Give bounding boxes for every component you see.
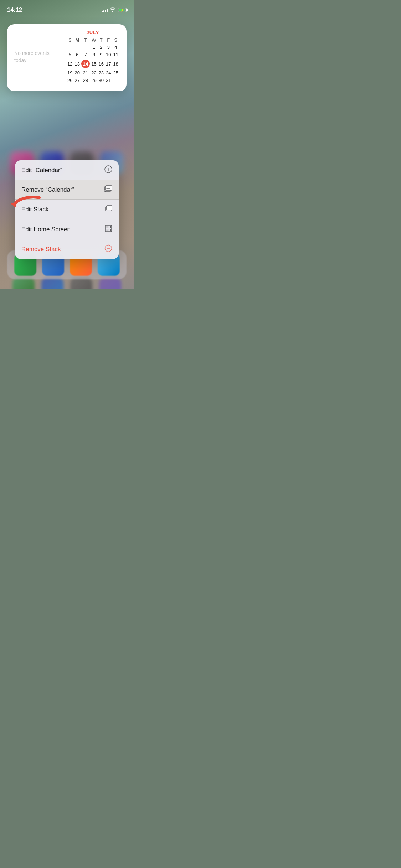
day-cell: 28 (81, 77, 90, 84)
day-cell: 6 (73, 51, 81, 58)
weekday-t1: T (81, 37, 90, 43)
weekday-s2: S (112, 37, 119, 43)
day-cell: 25 (112, 69, 119, 77)
day-cell: 15 (90, 58, 97, 69)
calendar-widget: No more events today JULY S M T W T F S (7, 24, 127, 91)
no-events-text: No more events today (14, 30, 61, 84)
day-cell: 10 (105, 51, 112, 58)
weekday-s1: S (66, 37, 73, 43)
edit-calendar-button[interactable]: Edit “Calendar” i (15, 160, 119, 180)
day-cell: 11 (112, 51, 119, 58)
day-cell: 3 (105, 43, 112, 51)
wifi-icon (110, 7, 115, 13)
edit-home-screen-button[interactable]: Edit Home Screen (15, 219, 119, 239)
day-cell: 17 (105, 58, 112, 69)
day-cell: 21 (81, 69, 90, 77)
day-cell: 27 (73, 77, 81, 84)
day-cell (73, 43, 81, 51)
day-cell: 12 (66, 58, 73, 69)
svg-rect-12 (109, 226, 111, 228)
weekday-w: W (90, 37, 97, 43)
remove-stack-icon (104, 244, 112, 254)
calendar-grid: S M T W T F S (66, 37, 119, 84)
calendar-grid-container: JULY S M T W T F S (66, 30, 119, 84)
day-cell: 23 (98, 69, 105, 77)
day-cell: 30 (98, 77, 105, 84)
day-cell: 7 (81, 51, 90, 58)
calendar-week-3: 12 13 14 15 16 17 18 (66, 58, 119, 69)
svg-rect-13 (106, 229, 108, 231)
calendar-week-4: 19 20 21 22 23 24 25 (66, 69, 119, 77)
remove-stack-button[interactable]: Remove Stack (15, 239, 119, 259)
day-cell: 22 (90, 69, 97, 77)
app-icon (99, 278, 121, 289)
day-cell: 13 (73, 58, 81, 69)
day-cell: 9 (98, 51, 105, 58)
day-cell: 29 (90, 77, 97, 84)
svg-rect-4 (106, 186, 112, 190)
day-cell: 1 (90, 43, 97, 51)
calendar-week-1: 1 2 3 4 (66, 43, 119, 51)
info-icon: i (104, 165, 112, 175)
calendar-week-2: 5 6 7 8 9 10 11 (66, 51, 119, 58)
remove-from-stack-icon (104, 185, 112, 194)
app-icon-row-1 (0, 278, 134, 289)
day-cell (81, 43, 90, 51)
svg-marker-0 (11, 201, 17, 207)
day-cell: 19 (66, 69, 73, 77)
day-cell: 26 (66, 77, 73, 84)
weekday-f: F (105, 37, 112, 43)
day-cell: 31 (105, 77, 112, 84)
day-cell (66, 43, 73, 51)
svg-rect-14 (109, 229, 111, 231)
edit-home-screen-label: Edit Home Screen (21, 226, 71, 233)
weekday-m: M (73, 37, 81, 43)
stack-edit-icon (104, 205, 112, 214)
day-cell: 2 (98, 43, 105, 51)
app-icon (41, 278, 63, 289)
app-icon (70, 278, 92, 289)
day-cell: 16 (98, 58, 105, 69)
day-cell: 5 (66, 51, 73, 58)
svg-rect-11 (106, 226, 108, 228)
battery-icon: ⚡ (118, 8, 127, 12)
day-cell: 24 (105, 69, 112, 77)
svg-rect-9 (107, 206, 112, 210)
app-icon (12, 278, 35, 289)
calendar-week-5: 26 27 28 29 30 31 (66, 77, 119, 84)
svg-text:i: i (108, 167, 109, 172)
signal-icon (102, 8, 108, 12)
day-cell: 4 (112, 43, 119, 51)
status-time: 14:12 (7, 6, 22, 14)
calendar-month: JULY (66, 30, 119, 35)
day-today: 14 (81, 58, 90, 69)
status-bar: 14:12 ⚡ (0, 0, 134, 16)
home-screen-icon (104, 224, 112, 234)
edit-calendar-label: Edit “Calendar” (21, 167, 62, 174)
day-cell: 8 (90, 51, 97, 58)
remove-stack-label: Remove Stack (21, 246, 61, 253)
status-icons: ⚡ (102, 7, 127, 13)
day-cell (112, 77, 119, 84)
weekday-t2: T (98, 37, 105, 43)
arrow-annotation (11, 189, 43, 214)
day-cell: 20 (73, 69, 81, 77)
day-cell: 18 (112, 58, 119, 69)
